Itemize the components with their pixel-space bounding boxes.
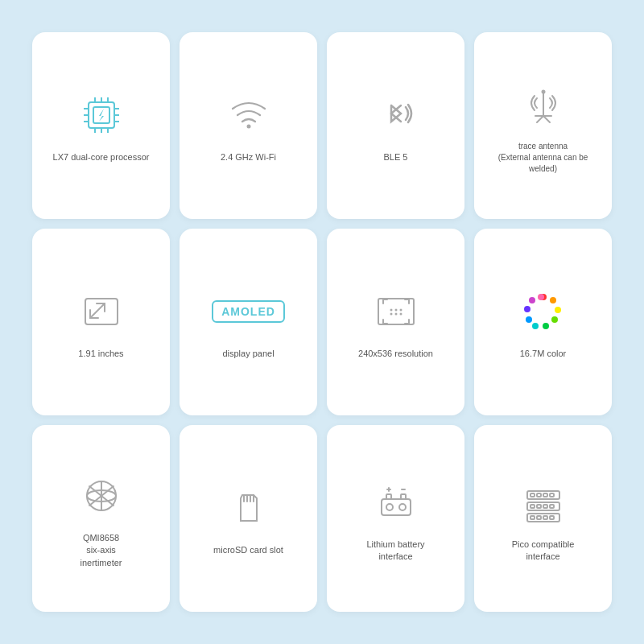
svg-point-14	[246, 125, 250, 129]
processor-label: LX7 dual-core processor	[53, 151, 150, 163]
svg-point-26	[390, 313, 392, 316]
antenna-icon	[515, 76, 572, 133]
svg-point-35	[526, 316, 532, 323]
svg-point-36	[524, 306, 530, 312]
antenna-label: trace antenna(External antenna can bewel…	[498, 141, 588, 175]
imu-label: QMI8658six-axisinertimeter	[80, 532, 122, 569]
svg-rect-64	[537, 505, 541, 508]
battery-icon	[368, 474, 424, 530]
sd-label: microSD card slot	[213, 544, 283, 556]
screen-size-icon	[73, 283, 130, 340]
svg-rect-63	[530, 505, 535, 508]
color-label: 16.7M color	[520, 348, 566, 360]
svg-rect-67	[530, 516, 535, 519]
card-screen-size: 1.91 inches	[32, 229, 170, 415]
svg-rect-49	[386, 494, 391, 499]
pico-label: Pico compatibleinterface	[512, 539, 575, 564]
svg-point-31	[555, 307, 561, 313]
svg-rect-59	[530, 493, 535, 497]
processor-icon	[73, 87, 130, 143]
svg-point-33	[543, 323, 549, 329]
svg-point-19	[541, 90, 545, 94]
svg-point-34	[532, 323, 539, 329]
card-ble: BLE 5	[327, 32, 464, 219]
svg-rect-69	[543, 516, 547, 519]
card-display: AMOLED display panel	[180, 229, 317, 415]
display-label: display panel	[222, 348, 274, 360]
feature-grid: LX7 dual-core processor 2.4 GHz Wi-Fi	[0, 0, 644, 644]
screen-size-label: 1.91 inches	[78, 348, 123, 360]
svg-point-24	[394, 309, 397, 312]
svg-rect-68	[537, 516, 541, 519]
svg-point-23	[390, 309, 392, 312]
svg-rect-65	[543, 505, 547, 508]
svg-rect-0	[89, 102, 114, 128]
svg-point-28	[399, 313, 402, 316]
bluetooth-icon	[368, 87, 424, 143]
svg-point-27	[394, 313, 397, 316]
card-battery: Lithium batteryinterface	[327, 425, 464, 612]
color-wheel-icon	[515, 283, 572, 340]
svg-point-32	[551, 316, 558, 323]
amoled-badge: AMOLED	[212, 300, 285, 323]
wifi-label: 2.4 GHz Wi-Fi	[221, 151, 276, 163]
svg-rect-1	[93, 107, 109, 123]
svg-rect-61	[543, 493, 547, 497]
svg-rect-62	[550, 493, 554, 497]
svg-point-37	[529, 297, 535, 303]
svg-rect-70	[550, 516, 554, 519]
card-color: 16.7M color	[474, 229, 612, 415]
svg-point-38	[538, 294, 544, 300]
sd-card-icon	[221, 480, 277, 536]
svg-rect-66	[550, 505, 554, 508]
card-wifi: 2.4 GHz Wi-Fi	[180, 32, 317, 219]
svg-rect-60	[537, 493, 541, 497]
battery-label: Lithium batteryinterface	[366, 539, 424, 564]
card-antenna: trace antenna(External antenna can bewel…	[474, 32, 612, 219]
card-processor: LX7 dual-core processor	[32, 32, 170, 219]
card-sd: microSD card slot	[180, 425, 317, 612]
svg-point-54	[386, 504, 393, 510]
ble-label: BLE 5	[384, 151, 408, 163]
svg-line-17	[537, 116, 543, 122]
card-pico: Pico compatibleinterface	[474, 425, 612, 612]
resolution-label: 240x536 resolution	[358, 348, 433, 360]
wifi-icon	[221, 87, 277, 143]
card-imu: QMI8658six-axisinertimeter	[32, 425, 170, 612]
svg-line-18	[543, 116, 550, 122]
svg-line-21	[90, 303, 105, 318]
imu-icon	[73, 468, 130, 524]
svg-point-55	[399, 504, 406, 510]
svg-rect-50	[401, 494, 406, 499]
resolution-icon	[368, 283, 424, 340]
amoled-icon: AMOLED	[221, 283, 277, 340]
pico-icon	[515, 474, 572, 530]
svg-point-30	[550, 297, 556, 303]
card-resolution: 240x536 resolution	[327, 229, 464, 415]
svg-point-25	[399, 309, 402, 312]
